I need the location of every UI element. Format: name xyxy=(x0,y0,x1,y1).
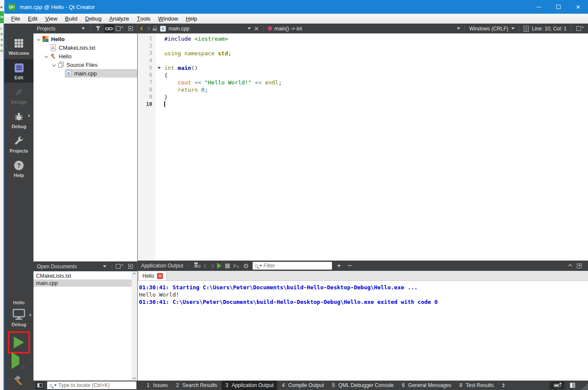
filter-input[interactable] xyxy=(264,263,330,269)
mode-edit[interactable]: Edit xyxy=(4,59,33,83)
close-document-icon[interactable]: ✕ xyxy=(254,26,259,32)
locator-input[interactable] xyxy=(58,382,134,388)
output-filter-field[interactable] xyxy=(253,262,332,270)
output-pane-application-output[interactable]: 3Application Output xyxy=(222,381,277,390)
document-label: main.cpp xyxy=(36,280,58,286)
chevron-down-icon[interactable] xyxy=(51,63,57,66)
menu-build[interactable]: Build xyxy=(61,14,81,24)
menu-window[interactable]: Window xyxy=(154,14,182,24)
split-editor-icon[interactable]: + xyxy=(576,24,585,33)
run-button[interactable] xyxy=(10,334,27,351)
tree-row-hello[interactable]: Hello xyxy=(33,35,137,43)
gear-icon[interactable]: ⚙ xyxy=(243,263,249,269)
project-icon xyxy=(42,36,49,42)
kit-selector-button[interactable] xyxy=(4,308,33,322)
editor-area: c main.cpp ✕ main() -> int Windows (CRLF… xyxy=(137,24,588,381)
code-line[interactable]: 9} xyxy=(138,93,588,101)
fold-column xyxy=(156,72,163,79)
code-line[interactable]: 2 xyxy=(138,42,588,50)
chevron-down-icon[interactable] xyxy=(35,38,42,40)
output-console[interactable]: 01:30:41: Starting C:\Users\Peter\Docume… xyxy=(138,281,588,381)
scroll-down-icon[interactable] xyxy=(133,376,136,379)
split-panel-icon[interactable]: + xyxy=(115,262,124,270)
menu-help[interactable]: Help xyxy=(182,14,201,24)
code-line[interactable]: 8 return 0; xyxy=(138,86,588,93)
code-line[interactable]: 7 cout << "Hello World!" << endl; xyxy=(138,79,588,86)
fold-marker-icon[interactable] xyxy=(156,64,163,72)
code-line[interactable]: 3using namespace std; xyxy=(138,50,588,57)
tree-row-cmakelists-txt[interactable]: CMakeLists.txt xyxy=(33,43,137,52)
rerun-debug-icon[interactable] xyxy=(233,263,240,269)
mode-welcome[interactable]: Welcome xyxy=(4,35,33,58)
menu-analyze[interactable]: Analyze xyxy=(106,14,133,24)
close-panel-icon[interactable] xyxy=(126,24,135,33)
toggle-right-sidebar-button[interactable] xyxy=(568,383,576,388)
scrollbar[interactable] xyxy=(132,271,137,381)
projects-panel-header: Projects + xyxy=(33,24,137,33)
zoom-out-button[interactable]: − xyxy=(346,262,353,270)
search-icon xyxy=(255,264,258,267)
build-progress-button[interactable] xyxy=(549,381,565,389)
output-pane-general-messages[interactable]: 6General Messages xyxy=(398,381,455,390)
output-pane-issues[interactable]: 1Issues xyxy=(143,381,171,390)
tree-row-main-cpp[interactable]: cmain.cpp xyxy=(33,69,137,78)
open-file-dropdown[interactable]: c main.cpp xyxy=(160,26,251,32)
sync-with-editor-icon[interactable] xyxy=(104,24,114,33)
close-panel-icon[interactable] xyxy=(126,262,135,270)
panel-selector-dropdown[interactable] xyxy=(100,262,109,270)
code-line[interactable]: 1#include <iostream> xyxy=(138,35,588,42)
chevron-down-icon[interactable] xyxy=(43,55,49,57)
output-pane-search-results[interactable]: 2Search Results xyxy=(172,381,220,390)
symbol-dropdown[interactable]: main() -> int xyxy=(268,26,460,32)
maximize-button[interactable] xyxy=(549,0,568,14)
go-forward-icon[interactable] xyxy=(146,27,151,31)
filter-icon[interactable] xyxy=(93,24,103,33)
close-output-panel-icon[interactable] xyxy=(577,264,582,268)
code-line[interactable]: 10 xyxy=(138,101,588,108)
close-button[interactable]: ✕ xyxy=(568,0,588,14)
line-ending-dropdown[interactable]: Windows (CRLF) xyxy=(469,26,515,32)
locator-field[interactable] xyxy=(47,381,136,389)
pane-label: Search Results xyxy=(182,382,217,388)
debug-run-button[interactable] xyxy=(12,357,26,370)
open-document-main-cpp[interactable]: main.cpp xyxy=(33,279,132,287)
menu-tools[interactable]: Tools xyxy=(133,14,154,24)
mode-help[interactable]: ?Help xyxy=(4,157,33,180)
mode-debug[interactable]: Debug xyxy=(4,108,33,132)
scroll-up-icon[interactable] xyxy=(133,273,136,276)
code-line[interactable]: 4 xyxy=(138,57,588,64)
output-pane-qml-debugger-console[interactable]: 5QML Debugger Console xyxy=(329,381,397,390)
rerun-icon[interactable] xyxy=(217,263,222,269)
pane-label: Test Results xyxy=(466,382,494,388)
code-line[interactable]: 5int main() xyxy=(138,64,588,72)
close-tab-icon[interactable]: ✕ xyxy=(157,273,163,279)
build-button[interactable] xyxy=(12,374,25,387)
maximize-panel-icon[interactable] xyxy=(568,264,573,268)
output-pane-compile-output[interactable]: 4Compile Output xyxy=(278,381,327,390)
menu-debug[interactable]: Debug xyxy=(81,14,105,24)
split-panel-icon[interactable]: + xyxy=(115,24,124,33)
open-documents-header: Open Documents + xyxy=(33,261,137,271)
previous-item-icon[interactable] xyxy=(204,264,208,268)
tree-row-hello[interactable]: Hello xyxy=(33,52,137,60)
go-back-icon[interactable] xyxy=(140,27,145,31)
output-tab-hello[interactable]: Hello ✕ xyxy=(139,271,167,280)
menu-edit[interactable]: Edit xyxy=(24,14,41,24)
code-line[interactable]: 6{ xyxy=(138,72,588,79)
next-item-icon[interactable] xyxy=(210,264,214,268)
toggle-left-sidebar-button[interactable] xyxy=(36,382,44,389)
pane-arrows-icon[interactable] xyxy=(502,383,505,387)
panel-selector-dropdown[interactable] xyxy=(78,24,88,33)
menu-file[interactable]: File xyxy=(7,14,24,24)
code-editor[interactable]: 1#include <iostream>23using namespace st… xyxy=(138,33,588,261)
app-icon: QC xyxy=(8,3,15,11)
tree-row-source-files[interactable]: Source Files xyxy=(33,60,137,69)
open-document-cmakelists-txt[interactable]: CMakeLists.txt xyxy=(33,272,132,279)
output-pane-test-results[interactable]: 8Test Results xyxy=(456,381,497,390)
stop-icon[interactable] xyxy=(225,264,230,268)
zoom-in-button[interactable]: + xyxy=(335,262,343,270)
minimize-button[interactable] xyxy=(529,0,549,14)
mode-projects[interactable]: Projects xyxy=(4,132,33,156)
menu-view[interactable]: View xyxy=(41,14,61,24)
clear-output-icon[interactable] xyxy=(193,261,201,270)
